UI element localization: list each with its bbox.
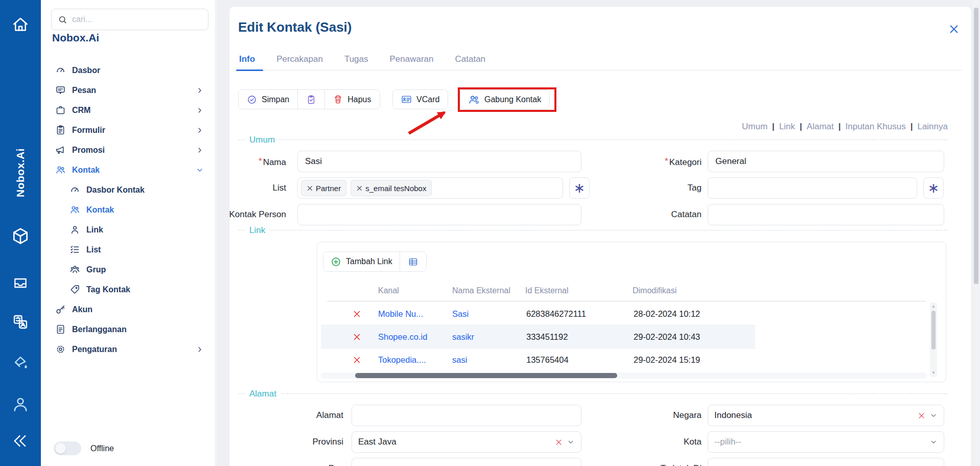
- list-picker-button[interactable]: ∗: [569, 177, 590, 199]
- toolbar-group-main: Simpan Hapus: [238, 89, 380, 109]
- close-icon[interactable]: [946, 21, 962, 37]
- sidebar-item-pengaturan[interactable]: Pengaturan: [41, 339, 215, 359]
- col-header-dimodifikasi[interactable]: Dimodifikasi: [633, 286, 676, 295]
- sidebar-item-formulir[interactable]: Formulir: [41, 120, 215, 140]
- kanal-link[interactable]: Mobile Nu...: [378, 302, 446, 325]
- sidebar-item-dasbor-kontak[interactable]: Dasbor Kontak: [41, 180, 215, 200]
- tab-catatan[interactable]: Catatan: [454, 51, 487, 70]
- clear-icon[interactable]: [918, 412, 925, 420]
- nama-eksternal-link[interactable]: sasikr: [452, 325, 521, 348]
- translate-icon[interactable]: [0, 314, 41, 330]
- list-chip[interactable]: Partner: [301, 180, 346, 196]
- section-link: Link: [238, 230, 948, 230]
- provinsi-select[interactable]: East Java: [352, 431, 581, 453]
- sidebar-item-crm[interactable]: CRM: [41, 100, 215, 120]
- nama-eksternal-link[interactable]: sasi: [452, 348, 521, 371]
- scrollbar-thumb[interactable]: [974, 8, 978, 284]
- nama-eksternal-link[interactable]: Sasi: [452, 302, 521, 325]
- alamat-input[interactable]: [352, 405, 581, 426]
- sidebar-brand: Nobox.Ai: [52, 32, 99, 44]
- tag-input[interactable]: [708, 177, 917, 199]
- sidebar-item-grup[interactable]: Grup: [41, 260, 215, 279]
- briefcase-icon: [55, 105, 66, 115]
- tag-icon: [69, 284, 80, 295]
- delete-row-icon[interactable]: [353, 310, 361, 318]
- merge-contact-button[interactable]: Gabung Kontak: [460, 90, 549, 109]
- home-icon[interactable]: [0, 15, 41, 34]
- table-vertical-scrollbar[interactable]: ▲ ▼: [930, 302, 937, 377]
- list-input[interactable]: Partner s_email tesNobox: [297, 177, 563, 199]
- table-header-divider: [327, 301, 926, 301]
- sidebar-item-dasbor[interactable]: Dasbor: [41, 60, 215, 80]
- table-row[interactable]: Shopee.co.id sasikr 333451192 29-02-2024…: [321, 325, 755, 348]
- anchor-lainnya[interactable]: Lainnya: [917, 122, 948, 132]
- col-header-id-eksternal[interactable]: Id Eksternal: [525, 286, 568, 295]
- clipboard-check-icon: [306, 95, 316, 105]
- table-horizontal-scrollbar[interactable]: [321, 372, 927, 379]
- asterisk-icon: ∗: [928, 180, 940, 196]
- search-icon: [58, 15, 67, 25]
- catatan-input[interactable]: [708, 204, 944, 225]
- anchor-alamat[interactable]: Alamat: [807, 122, 834, 132]
- kota-label: Kota: [620, 431, 702, 453]
- sidebar-search[interactable]: [51, 9, 208, 30]
- tab-tugas[interactable]: Tugas: [343, 51, 369, 70]
- col-header-kanal[interactable]: Kanal: [378, 286, 399, 295]
- chevron-down-icon: [929, 411, 938, 420]
- delete-button[interactable]: Hapus: [324, 90, 379, 109]
- kanal-link[interactable]: Shopee.co.id: [378, 325, 446, 348]
- col-header-nama-eksternal[interactable]: Nama Eksternal: [452, 286, 510, 295]
- sidebar-item-berlangganan[interactable]: Berlangganan: [41, 319, 215, 339]
- delete-row-icon[interactable]: [353, 333, 361, 341]
- sidebar-item-promosi[interactable]: Promosi: [41, 140, 215, 160]
- collapse-sidebar-icon[interactable]: [0, 432, 41, 450]
- table-view-button[interactable]: [400, 252, 426, 271]
- tag-label: Tag: [620, 177, 702, 199]
- delete-row-icon[interactable]: [353, 356, 361, 364]
- anchor-link[interactable]: Link: [779, 122, 795, 132]
- pos-input[interactable]: [352, 458, 581, 466]
- table-row[interactable]: Mobile Nu... Sasi 6283846272111 28-02-20…: [321, 302, 755, 325]
- clear-icon[interactable]: [555, 438, 563, 446]
- kategori-input[interactable]: [708, 151, 944, 172]
- save-button[interactable]: Simpan: [239, 90, 297, 109]
- terletak-di-input[interactable]: [708, 458, 944, 466]
- rail-brand-vertical: Nobox.Ai: [0, 123, 41, 222]
- inbox-icon[interactable]: [0, 275, 41, 291]
- sidebar-item-tag-kontak[interactable]: Tag Kontak: [41, 279, 215, 299]
- tab-penawaran[interactable]: Penawaran: [389, 51, 435, 70]
- scrollbar-thumb[interactable]: [355, 373, 617, 378]
- negara-select[interactable]: Indonesia: [708, 405, 944, 426]
- scrollbar-thumb[interactable]: [931, 311, 936, 350]
- paint-bucket-icon[interactable]: [0, 354, 41, 371]
- sidebar-item-kontak-sub[interactable]: Kontak: [41, 200, 215, 220]
- clipboard-check-button[interactable]: [297, 90, 324, 109]
- nobox-cube-icon[interactable]: [0, 226, 41, 246]
- anchor-inputan-khusus[interactable]: Inputan Khusus: [846, 122, 906, 132]
- tag-picker-button[interactable]: ∗: [923, 177, 944, 199]
- kontak-person-input[interactable]: [297, 204, 581, 225]
- vcard-button[interactable]: VCard: [393, 90, 448, 109]
- sidebar-item-list[interactable]: List: [41, 240, 215, 260]
- tab-percakapan[interactable]: Percakapan: [275, 51, 324, 70]
- nama-input[interactable]: [297, 151, 581, 172]
- offline-toggle[interactable]: [54, 441, 81, 455]
- search-input[interactable]: [72, 15, 202, 24]
- sidebar-item-kontak[interactable]: Kontak: [41, 160, 215, 180]
- kanal-link[interactable]: Tokopedia....: [378, 348, 446, 371]
- table-row[interactable]: Tokopedia.... sasi 135765404 29-02-2024 …: [321, 348, 755, 371]
- page-scrollbar[interactable]: [973, 0, 979, 466]
- sidebar-item-akun[interactable]: Akun: [41, 299, 215, 319]
- profile-icon[interactable]: [0, 395, 41, 413]
- sidebar-item-link[interactable]: Link: [41, 220, 215, 240]
- tab-info[interactable]: Info: [238, 51, 256, 70]
- add-link-button[interactable]: Tambah Link: [323, 252, 400, 271]
- chip-remove-icon[interactable]: [356, 185, 363, 192]
- sidebar-item-pesan[interactable]: Pesan: [41, 80, 215, 100]
- chip-remove-icon[interactable]: [307, 185, 313, 192]
- id-eksternal-value: 333451192: [526, 325, 628, 348]
- kota-select[interactable]: --pilih--: [708, 431, 944, 453]
- anchor-umum[interactable]: Umum: [742, 122, 767, 132]
- checklist-icon: [69, 244, 80, 255]
- list-chip[interactable]: s_email tesNobox: [351, 180, 432, 196]
